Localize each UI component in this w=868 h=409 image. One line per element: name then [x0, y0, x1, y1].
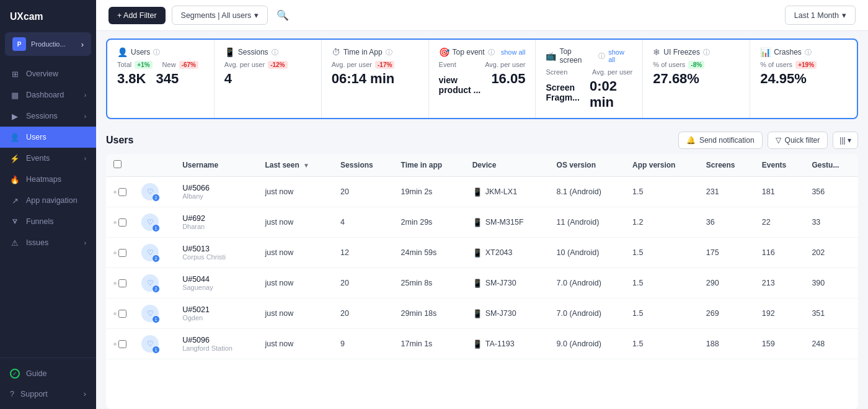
add-filter-button[interactable]: + Add Filter: [108, 7, 166, 24]
dot-indicator: [113, 282, 117, 285]
funnels-icon: ⛛: [10, 217, 20, 227]
ui-freezes-info-icon[interactable]: ⓘ: [703, 48, 710, 57]
row-checkbox-cell: [106, 268, 134, 299]
th-device: Device: [465, 154, 549, 177]
sidebar-item-dashboard[interactable]: ▦ Dashboard ›: [0, 84, 96, 106]
sidebar-item-heatmaps[interactable]: 🔥 Heatmaps: [0, 169, 96, 190]
sidebar-item-sessions[interactable]: ▶ Sessions ›: [0, 106, 96, 127]
sessions-stat-info-icon[interactable]: ⓘ: [272, 48, 278, 57]
avg-per-user-label3: Avg. per user: [592, 68, 632, 76]
filter-icon: ▽: [776, 136, 781, 145]
device-model: TA-1193: [485, 339, 515, 348]
row-checkbox[interactable]: [118, 249, 126, 257]
th-avatar: [134, 154, 175, 177]
users-actions: 🔔 Send notification ▽ Quick filter ||| ▾: [678, 132, 858, 149]
quick-filter-button[interactable]: ▽ Quick filter: [768, 132, 828, 149]
device-icon: 📱: [472, 187, 482, 197]
sidebar-item-events[interactable]: ⚡ Events ›: [0, 148, 96, 169]
top-event-info-icon[interactable]: ⓘ: [488, 48, 495, 57]
row-screens: 269: [699, 299, 755, 329]
row-screens: 188: [699, 329, 755, 359]
home-icon: ⊞: [10, 69, 20, 79]
row-screens: 290: [699, 268, 755, 299]
sidebar-item-support[interactable]: ? Support ›: [0, 384, 96, 404]
columns-button[interactable]: ||| ▾: [833, 132, 858, 149]
table-row[interactable]: ♡ 1 U#692 Dharan just now 4 2min 29s 📱 S…: [106, 207, 858, 238]
chevron-down-icon: ▾: [842, 11, 846, 20]
table-row[interactable]: ♡ 2 U#5013 Corpus Christi just now 12 24…: [106, 238, 858, 268]
segments-button[interactable]: Segments | All users ▾: [172, 6, 268, 25]
row-app-version: 1.5: [625, 238, 699, 268]
topbar-right: Last 1 Month ▾: [785, 6, 856, 25]
row-device: 📱 TA-1193: [465, 329, 549, 359]
time-stat-info-icon[interactable]: ⓘ: [386, 48, 392, 57]
top-screen-info-icon[interactable]: ⓘ: [598, 52, 605, 61]
search-button[interactable]: 🔍: [274, 7, 291, 24]
crashes-badge: +19%: [795, 61, 817, 69]
stat-card-ui-freezes: ❄ UI Freezes ⓘ % of users -8% 27.68%: [643, 40, 750, 118]
users-section-title: Users: [106, 135, 133, 146]
sidebar-item-issues[interactable]: ⚠ Issues ›: [0, 232, 96, 253]
time-avg-label: Avg. per user -17%: [332, 61, 395, 68]
send-notification-button[interactable]: 🔔 Send notification: [678, 132, 763, 149]
sessions-stat-icon: 📱: [224, 47, 235, 57]
crashes-icon: 📊: [760, 47, 771, 57]
top-event-show-all[interactable]: show all: [501, 48, 526, 56]
table-header-row: Username Last seen ▼ Sessions Time in ap…: [106, 154, 858, 177]
select-all-checkbox[interactable]: [113, 160, 122, 168]
row-avatar-cell: ♡ 1: [134, 299, 175, 329]
user-city: Ogden: [182, 314, 250, 321]
sidebar-item-app-navigation[interactable]: ↗ App navigation: [0, 190, 96, 211]
sidebar-item-label: Dashboard: [26, 91, 64, 99]
user-city: Saguenay: [182, 284, 250, 291]
row-os-version: 11 (Android): [549, 207, 625, 238]
workspace-switcher[interactable]: P Productio... ›: [5, 32, 91, 56]
table-row[interactable]: ♡ 1 U#5096 Langford Station just now 9 1…: [106, 329, 858, 359]
sidebar-item-label: Overview: [26, 70, 58, 78]
row-device: 📱 SM-M315F: [465, 207, 549, 238]
row-checkbox[interactable]: [118, 218, 126, 227]
row-last-seen: just now: [257, 299, 333, 329]
row-checkbox[interactable]: [118, 340, 126, 348]
row-gestures: 248: [804, 329, 858, 359]
avatar-badge: 1: [152, 315, 160, 323]
sidebar-item-overview[interactable]: ⊞ Overview: [0, 63, 96, 84]
th-app-version: App version: [625, 154, 699, 177]
sidebar-item-users[interactable]: 👤 Users: [0, 127, 96, 148]
svg-text:UXcam: UXcam: [10, 11, 43, 22]
sessions-badge: -12%: [268, 61, 287, 69]
ui-freezes-title: UI Freezes: [663, 48, 700, 56]
workspace-chevron: ›: [81, 40, 84, 49]
dot-indicator: [113, 312, 117, 315]
sort-icon: ▼: [303, 162, 309, 169]
row-sessions: 12: [333, 238, 394, 268]
row-username-cell: U#5021 Ogden: [175, 299, 257, 329]
row-time-in-app: 29min 18s: [394, 299, 465, 329]
crashes-sub: % of users +19%: [760, 61, 847, 68]
total-badge: +1%: [135, 61, 152, 69]
row-app-version: 1.5: [625, 177, 699, 207]
device-model: JKM-LX1: [485, 187, 517, 196]
row-checkbox-cell: [106, 177, 134, 207]
table-row[interactable]: ♡ 2 U#5066 Albany just now 20 19min 2s 📱…: [106, 177, 858, 207]
sidebar: UXcam P Productio... › ⊞ Overview ▦ Dash…: [0, 0, 96, 409]
top-event-avg: 16.05: [491, 71, 525, 87]
table-row[interactable]: ♡ 2 U#5044 Saguenay just now 20 25min 8s…: [106, 268, 858, 299]
guide-check-icon: ✓: [10, 369, 20, 379]
th-last-seen[interactable]: Last seen ▼: [257, 154, 333, 177]
row-events: 181: [755, 177, 805, 207]
sidebar-item-funnels[interactable]: ⛛ Funnels: [0, 211, 96, 232]
row-checkbox[interactable]: [118, 279, 126, 287]
table-row[interactable]: ♡ 1 U#5021 Ogden just now 20 29min 18s 📱…: [106, 299, 858, 329]
users-stat-info-icon[interactable]: ⓘ: [153, 48, 160, 57]
sidebar-item-guide[interactable]: ✓ Guide: [0, 363, 96, 384]
workspace-icon: P: [12, 37, 26, 51]
date-range-button[interactable]: Last 1 Month ▾: [785, 6, 856, 25]
row-checkbox[interactable]: [118, 188, 126, 196]
row-checkbox[interactable]: [118, 310, 126, 318]
row-gestures: 202: [804, 238, 858, 268]
avg-per-user-label2: Avg. per user: [485, 61, 525, 68]
crashes-info-icon[interactable]: ⓘ: [805, 48, 812, 57]
top-screen-show-all[interactable]: show all: [608, 48, 632, 63]
row-os-version: 9.0 (Android): [549, 329, 625, 359]
